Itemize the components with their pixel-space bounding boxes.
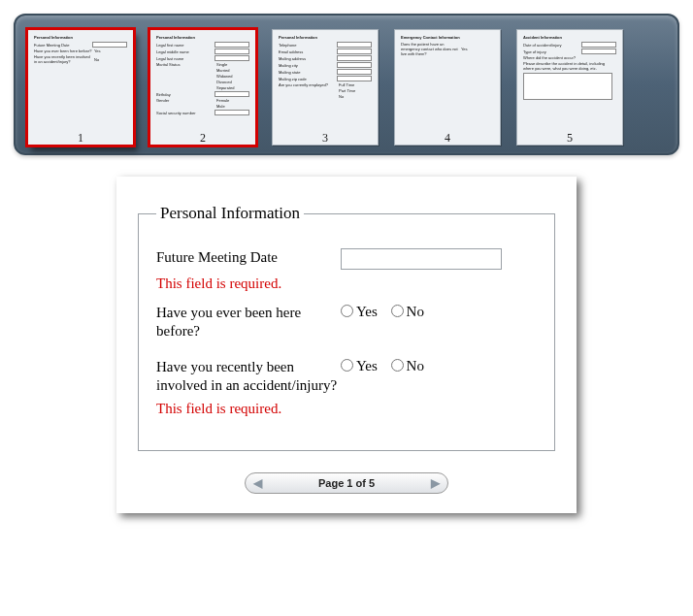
fieldset-legend: Personal Information: [156, 204, 304, 223]
thumb-field-option: Full Time: [339, 82, 372, 87]
thumb-field-box: [581, 42, 616, 48]
thumbnail-page-3[interactable]: Personal InformationTelephoneEmail addre…: [272, 29, 380, 146]
label-accident-injury: Have you recently been involved in an ac…: [156, 358, 341, 395]
thumb-line-label: Gender: [156, 98, 214, 103]
thumb-field-option: Married: [216, 68, 249, 73]
thumb-header: Emergency Contact Information: [401, 35, 494, 40]
thumbnail-page-1[interactable]: Personal InformationFuture Meeting DateH…: [27, 29, 136, 146]
thumb-field-box: [337, 69, 372, 75]
thumb-page-number: 5: [517, 136, 622, 141]
thumb-line-label: Social security number: [156, 111, 213, 115]
thumb-line-label: Mailing zip code: [279, 77, 335, 81]
thumb-line-label: Future Meeting Date: [34, 43, 90, 48]
thumb-field-option: No: [339, 94, 372, 99]
error-future-meeting-date: This field is required.: [156, 276, 537, 292]
thumb-line-label: Have you ever been here before?: [34, 49, 92, 53]
thumb-page-number: 3: [273, 136, 378, 141]
thumb-line-label: Marital Status: [156, 62, 214, 67]
radio-q3-no[interactable]: [391, 359, 404, 372]
thumb-field-box: [581, 49, 616, 54]
thumb-field-option: Yes: [94, 49, 127, 53]
input-future-meeting-date[interactable]: [341, 248, 502, 270]
thumb-field-option: Widowed: [216, 74, 249, 79]
radio-q3-yes[interactable]: [341, 359, 353, 372]
thumb-line-label: Please describe the accident in detail, …: [523, 61, 616, 71]
thumb-page-number: 4: [395, 136, 500, 141]
thumb-header: Personal Information: [279, 35, 372, 40]
thumb-field-box: [337, 42, 372, 48]
thumb-field-option: Divorced: [216, 80, 249, 84]
form-page: Personal Information Future Meeting Date…: [116, 177, 577, 513]
thumb-field-option: Male: [216, 104, 249, 109]
thumb-line-label: Legal first name: [156, 43, 213, 48]
thumb-textarea: [523, 73, 612, 100]
thumb-line-label: Mailing city: [279, 63, 335, 68]
thumb-field-box: [214, 91, 249, 97]
error-accident-injury: This field is required.: [156, 401, 537, 417]
radio-label-q2-no[interactable]: No: [391, 304, 424, 319]
thumb-field-option: Yes: [461, 47, 494, 51]
thumb-field-box: [214, 42, 249, 48]
thumbnail-page-5[interactable]: Accident InformationDate of accident/inj…: [516, 29, 625, 146]
label-future-meeting-date: Future Meeting Date: [156, 248, 341, 267]
thumb-line-label: Are you currently employed?: [279, 82, 337, 87]
thumb-field-box: [337, 55, 372, 61]
thumb-line-label: Legal middle name: [156, 49, 213, 54]
thumb-field-box: [214, 110, 249, 115]
thumbnail-page-2[interactable]: Personal InformationLegal first nameLega…: [149, 29, 258, 146]
thumb-page-number: 2: [150, 136, 255, 141]
label-been-here-before: Have you ever been here before?: [156, 304, 341, 340]
thumb-line-label: Mailing state: [279, 70, 335, 75]
thumb-field-option: No: [94, 57, 127, 62]
thumb-field-box: [214, 55, 249, 61]
personal-information-fieldset: Personal Information Future Meeting Date…: [138, 204, 555, 451]
thumb-field-box: [214, 49, 249, 54]
thumb-line-label: Does the patient have an emergency conta…: [401, 42, 459, 56]
thumb-field-option: Separated: [216, 85, 249, 90]
thumb-field-option: Part Time: [339, 88, 372, 93]
pager: ◀ Page 1 of 5 ▶: [245, 472, 448, 494]
pager-prev-icon[interactable]: ◀: [249, 476, 266, 490]
thumb-line-label: Date of accident/injury: [523, 43, 579, 48]
thumb-page-number: 1: [28, 136, 133, 141]
radio-label-q2-yes[interactable]: Yes: [341, 304, 378, 319]
thumb-header: Accident Information: [523, 35, 616, 40]
thumb-line-label: Legal last name: [156, 56, 213, 61]
thumb-line-label: Where did the accident occur?: [523, 55, 616, 60]
thumb-line-label: Birthday: [156, 92, 213, 97]
thumb-field-option: Single: [216, 62, 249, 67]
radio-label-q3-no[interactable]: No: [391, 358, 424, 373]
page-thumbnail-strip: Personal InformationFuture Meeting DateH…: [14, 14, 679, 155]
thumb-field-option: Female: [216, 98, 249, 103]
thumb-line-label: Type of injury: [523, 49, 579, 54]
thumb-field-box: [92, 42, 127, 48]
thumb-line-label: Telephone: [279, 43, 335, 48]
thumb-header: Personal Information: [156, 35, 249, 40]
thumbnail-page-4[interactable]: Emergency Contact InformationDoes the pa…: [394, 29, 503, 146]
radio-label-q3-yes[interactable]: Yes: [341, 358, 378, 373]
pager-next-icon[interactable]: ▶: [427, 476, 444, 490]
thumb-field-box: [337, 62, 372, 68]
thumb-header: Personal Information: [34, 35, 127, 40]
thumb-field-box: [337, 49, 372, 54]
pager-text: Page 1 of 5: [318, 477, 375, 489]
radio-q2-no[interactable]: [391, 305, 404, 317]
thumb-field-box: [337, 76, 372, 81]
thumb-line-label: Have you recently been involved in an ac…: [34, 54, 92, 64]
thumb-line-label: Email address: [279, 49, 335, 54]
radio-q2-yes[interactable]: [341, 305, 353, 317]
thumb-line-label: Mailing address: [279, 56, 335, 61]
